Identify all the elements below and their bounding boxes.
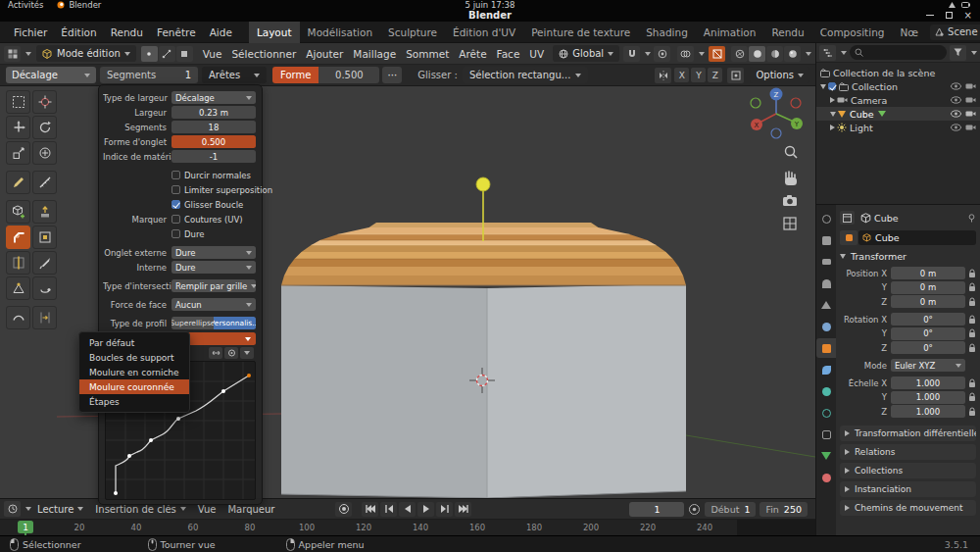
lock-icon[interactable] bbox=[968, 407, 976, 417]
loop-slide-checkbox[interactable] bbox=[172, 200, 180, 209]
tab-object[interactable] bbox=[816, 338, 836, 358]
tool-rotate[interactable] bbox=[32, 116, 57, 139]
options-dropdown[interactable]: Options bbox=[750, 67, 809, 83]
proportional-edit-toggle[interactable] bbox=[654, 46, 670, 62]
jump-to-end-button[interactable] bbox=[455, 502, 471, 517]
overlays-toggle[interactable] bbox=[677, 46, 694, 62]
cube-object[interactable] bbox=[281, 223, 686, 498]
outliner-row-cube[interactable]: Cube bbox=[816, 107, 980, 121]
menu-rendu[interactable]: Rendu bbox=[104, 26, 150, 38]
auto-key-button[interactable] bbox=[335, 502, 352, 517]
profile-options-icon[interactable] bbox=[240, 347, 254, 359]
maximize-icon[interactable] bbox=[946, 12, 953, 19]
mark-seams-checkbox[interactable] bbox=[172, 215, 180, 224]
tab-output[interactable] bbox=[816, 252, 836, 272]
tab-view-layer[interactable] bbox=[816, 274, 836, 293]
width-type-dropdown[interactable]: Décalage bbox=[172, 91, 256, 104]
gizmo-y-neg[interactable] bbox=[751, 98, 760, 108]
lock-icon[interactable] bbox=[968, 378, 976, 388]
current-frame-marker[interactable]: 1 bbox=[18, 521, 33, 533]
camera-view-icon[interactable] bbox=[783, 195, 797, 206]
keying-set-icon[interactable] bbox=[688, 503, 701, 516]
snap-options-icon[interactable] bbox=[727, 68, 744, 83]
shading-material[interactable] bbox=[766, 46, 783, 62]
preset-option-crown-molding[interactable]: Moulure couronnée bbox=[79, 379, 189, 394]
preset-option-default[interactable]: Par défaut bbox=[79, 335, 189, 350]
preset-option-cornice[interactable]: Moulure en corniche bbox=[79, 365, 189, 379]
mirror-y-toggle[interactable]: Y bbox=[691, 68, 706, 82]
outliner-filter-button[interactable] bbox=[950, 45, 966, 61]
rotation-y-field[interactable]: 0° bbox=[891, 327, 965, 340]
timeline-menu-keying[interactable]: Insertion de clés bbox=[89, 504, 191, 515]
mirror-z-toggle[interactable]: Z bbox=[708, 68, 722, 82]
section-instancing[interactable]: Instanciation bbox=[840, 481, 976, 497]
gizmo-z-neg[interactable] bbox=[771, 128, 781, 138]
bevel-shape-value[interactable]: 0.500 bbox=[318, 67, 379, 83]
tab-render[interactable] bbox=[816, 230, 836, 250]
profile-superellipse-button[interactable]: Superellipse bbox=[172, 317, 214, 329]
material-index-field[interactable]: -1 bbox=[172, 150, 256, 163]
tool-edge-slide[interactable] bbox=[32, 306, 57, 329]
render-camera-icon[interactable] bbox=[965, 82, 976, 90]
eye-icon[interactable] bbox=[951, 110, 961, 118]
mirror-x-toggle[interactable]: X bbox=[674, 68, 689, 82]
scale-y-field[interactable]: 1.000 bbox=[891, 391, 965, 404]
lock-icon[interactable] bbox=[968, 343, 976, 353]
pan-hand-icon[interactable] bbox=[785, 172, 797, 185]
transform-section-header[interactable]: Transformer bbox=[840, 249, 976, 264]
tab-modifiers[interactable] bbox=[816, 360, 836, 379]
position-z-field[interactable]: 0 m bbox=[891, 295, 965, 308]
tool-loop-cut[interactable] bbox=[6, 251, 30, 275]
next-keyframe-button[interactable] bbox=[436, 502, 453, 517]
pin-icon[interactable] bbox=[967, 214, 976, 223]
tab-particles[interactable] bbox=[816, 381, 836, 401]
nav-gizmo[interactable]: Z X Y bbox=[751, 88, 803, 139]
miter-inner-dropdown[interactable]: Dure bbox=[172, 261, 256, 274]
orientation-dropdown[interactable]: Global bbox=[553, 45, 619, 62]
tool-annotate[interactable] bbox=[6, 171, 30, 194]
mirror-icon[interactable] bbox=[655, 68, 671, 83]
select-mode-edge[interactable] bbox=[159, 46, 175, 62]
lock-icon[interactable] bbox=[968, 315, 976, 325]
current-frame-field[interactable]: 1 bbox=[629, 502, 684, 517]
tab-scene[interactable] bbox=[816, 295, 836, 315]
outliner-row-scene-collection[interactable]: Collection de la scène bbox=[816, 66, 980, 79]
menu-selectionner[interactable]: Sélectionner bbox=[226, 48, 301, 60]
harden-normals-checkbox[interactable] bbox=[172, 171, 180, 179]
workspace-tab-texture-paint[interactable]: Peinture de texture bbox=[523, 22, 638, 43]
rotation-mode-dropdown[interactable]: Euler XYZ bbox=[891, 359, 965, 372]
rotation-z-field[interactable]: 0° bbox=[891, 341, 965, 354]
snap-toggle[interactable] bbox=[623, 46, 640, 62]
position-x-field[interactable]: 0 m bbox=[891, 267, 965, 279]
tool-add-cube[interactable] bbox=[6, 200, 30, 224]
tool-bevel[interactable] bbox=[6, 226, 30, 249]
outliner-row-collection[interactable]: Collection bbox=[816, 79, 980, 93]
status-tray-icons[interactable] bbox=[949, 2, 970, 9]
scale-z-field[interactable]: 1.000 bbox=[891, 405, 965, 418]
lock-icon[interactable] bbox=[968, 282, 976, 292]
tab-material[interactable] bbox=[816, 468, 836, 487]
shading-wireframe[interactable] bbox=[731, 46, 748, 62]
section-collections[interactable]: Collections bbox=[840, 463, 976, 478]
tab-constraints[interactable] bbox=[816, 425, 836, 444]
menu-edition[interactable]: Édition bbox=[54, 26, 103, 38]
lock-icon[interactable] bbox=[968, 392, 976, 402]
drag-tool-dropdown[interactable]: Sélection rectangu... bbox=[463, 67, 588, 83]
menu-sommet[interactable]: Sommet bbox=[401, 48, 454, 60]
lock-icon[interactable] bbox=[968, 297, 976, 307]
tool-inset-faces[interactable] bbox=[32, 226, 57, 249]
profile-mirror-icon[interactable] bbox=[209, 347, 222, 359]
menu-uv[interactable]: UV bbox=[524, 48, 549, 60]
bevel-affect-dropdown[interactable]: Arêtes bbox=[202, 67, 267, 83]
render-camera-icon[interactable] bbox=[965, 124, 976, 131]
face-strength-dropdown[interactable]: Aucun bbox=[172, 298, 256, 311]
frame-end-field[interactable]: Fin250 bbox=[760, 502, 808, 517]
tool-move[interactable] bbox=[6, 116, 30, 139]
shading-rendered[interactable] bbox=[784, 46, 801, 62]
position-y-field[interactable]: 0 m bbox=[891, 281, 965, 294]
menu-aide[interactable]: Aide bbox=[203, 26, 239, 38]
menu-fichier[interactable]: Fichier bbox=[7, 26, 54, 38]
render-camera-icon[interactable] bbox=[965, 96, 976, 104]
ortho-grid-icon[interactable] bbox=[784, 218, 796, 229]
workspace-tab-shading[interactable]: Shading bbox=[638, 22, 696, 43]
